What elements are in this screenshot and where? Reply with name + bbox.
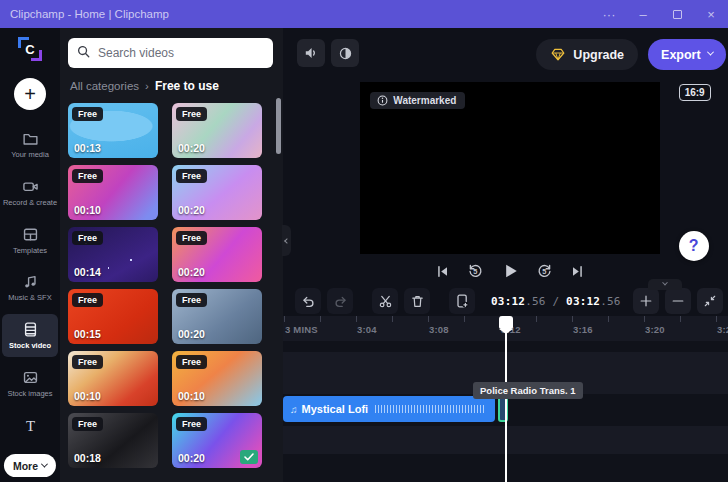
trash-icon <box>410 294 425 309</box>
stock-video-card[interactable]: Free00:20 <box>172 227 262 282</box>
timestamp-button[interactable] <box>449 288 475 314</box>
free-badge: Free <box>176 355 207 369</box>
video-duration: 00:14 <box>74 266 101 278</box>
video-duration: 00:20 <box>178 266 205 278</box>
forward-5s-button[interactable]: 5 <box>536 263 553 280</box>
sidebar-item-stock-images[interactable]: Stock images <box>2 362 58 405</box>
forward-5-icon: 5 <box>536 263 553 280</box>
sidebar-item-your-media[interactable]: Your media <box>2 123 58 166</box>
audio-button[interactable] <box>297 39 325 67</box>
stock-video-card[interactable]: Free00:20 <box>172 165 262 220</box>
collapse-panel-tab[interactable] <box>282 225 291 256</box>
stock-video-card[interactable]: Free00:20 <box>172 103 262 158</box>
video-duration: 00:10 <box>74 390 101 402</box>
svg-text:T: T <box>25 417 34 433</box>
svg-text:5: 5 <box>474 267 478 276</box>
ruler-label: 3:08 <box>429 324 449 335</box>
stock-video-card[interactable]: Free00:10 <box>172 351 262 406</box>
text-icon: T <box>2 417 58 434</box>
more-options-button[interactable]: ··· <box>592 0 626 28</box>
zoom-in-button[interactable] <box>633 288 659 314</box>
titlebar: Clipchamp - Home | Clipchamp ··· – × <box>0 0 728 28</box>
stock-video-card[interactable]: Free00:13 <box>68 103 158 158</box>
panel-scrollbar[interactable] <box>276 98 281 154</box>
playhead-line <box>505 329 507 482</box>
collapse-preview-tab[interactable] <box>648 279 682 290</box>
stock-video-card[interactable]: Free00:15 <box>68 289 158 344</box>
window-title: Clipchamp - Home | Clipchamp <box>10 8 169 20</box>
sidebar-item-stock-video[interactable]: Stock video <box>2 314 58 357</box>
stock-video-card[interactable]: Free00:18 <box>68 413 158 468</box>
sidebar-item-label: Templates <box>2 246 58 256</box>
export-button[interactable]: Export <box>648 39 726 70</box>
playhead-handle[interactable] <box>499 316 513 329</box>
help-button[interactable]: ? <box>679 231 709 261</box>
contrast-icon <box>338 46 353 61</box>
rewind-5s-button[interactable]: 5 <box>467 263 484 280</box>
music-sfx-icon <box>2 273 58 290</box>
play-icon <box>501 262 519 280</box>
sidebar-item-label: Record & create <box>2 198 58 208</box>
redo-button[interactable] <box>327 288 353 314</box>
more-button[interactable]: More <box>4 454 56 477</box>
your-media-icon <box>2 130 58 147</box>
sidebar-item-text[interactable]: T <box>2 410 58 440</box>
zoom-fit-button[interactable] <box>697 288 723 314</box>
added-check-icon <box>240 450 258 464</box>
stock-video-card[interactable]: Free00:20 <box>172 413 262 468</box>
skip-start-button[interactable] <box>435 264 450 279</box>
chevron-down-icon <box>41 461 48 468</box>
sidebar-item-templates[interactable]: Templates <box>2 219 58 262</box>
aspect-ratio-button[interactable]: 16:9 <box>679 84 711 101</box>
svg-text:5: 5 <box>543 267 547 276</box>
zoom-out-button[interactable] <box>665 288 691 314</box>
undo-icon <box>301 294 316 309</box>
upgrade-button[interactable]: Upgrade <box>536 39 638 70</box>
search-box[interactable] <box>68 38 273 68</box>
minus-icon <box>671 294 685 308</box>
split-button[interactable] <box>372 288 398 314</box>
maximize-button[interactable] <box>660 0 694 28</box>
timecode-display: 03:12.56 / 03:12.56 <box>491 295 621 308</box>
undo-button[interactable] <box>295 288 321 314</box>
minimize-button[interactable]: – <box>626 0 660 28</box>
import-media-button[interactable]: + <box>14 78 46 110</box>
stock-video-card[interactable]: Free00:10 <box>68 165 158 220</box>
free-badge: Free <box>176 231 207 245</box>
play-button[interactable] <box>501 262 519 280</box>
maximize-icon <box>673 10 682 19</box>
audio-clip-mystical-lofi[interactable]: ♫ Mystical Lofi <box>283 396 495 422</box>
stock-video-card[interactable]: Free00:20 <box>172 289 262 344</box>
free-badge: Free <box>176 417 207 431</box>
stock-video-card[interactable]: Free00:10 <box>68 351 158 406</box>
sidebar-nav: Your mediaRecord & createTemplatesMusic … <box>0 118 60 440</box>
clip-name: Mystical Lofi <box>302 403 369 415</box>
breadcrumb-parent[interactable]: All categories <box>70 80 139 92</box>
playhead[interactable] <box>499 316 513 482</box>
chevron-down-icon <box>707 49 714 56</box>
skip-end-button[interactable] <box>570 264 585 279</box>
video-duration: 00:20 <box>178 204 205 216</box>
sidebar-item-music-sfx[interactable]: Music & SFX <box>2 266 58 309</box>
sidebar-item-record-create[interactable]: Record & create <box>2 171 58 214</box>
templates-icon <box>2 226 58 243</box>
stock-video-card[interactable]: Free00:14 <box>68 227 158 282</box>
free-badge: Free <box>72 107 103 121</box>
close-button[interactable]: × <box>694 0 728 28</box>
sidebar: C + Your mediaRecord & createTemplatesMu… <box>0 28 60 482</box>
info-icon <box>377 95 388 106</box>
stock-video-icon <box>2 321 58 338</box>
sidebar-item-label: Your media <box>2 150 58 160</box>
filters-button[interactable] <box>331 39 359 67</box>
watermark-badge[interactable]: Watermarked <box>370 92 465 109</box>
waveform <box>375 405 486 413</box>
free-badge: Free <box>72 293 103 307</box>
search-input[interactable] <box>98 46 265 60</box>
free-badge: Free <box>176 293 207 307</box>
delete-button[interactable] <box>404 288 430 314</box>
speaker-icon <box>303 45 319 61</box>
free-badge: Free <box>72 231 103 245</box>
redo-icon <box>333 294 348 309</box>
free-badge: Free <box>176 107 207 121</box>
free-badge: Free <box>72 169 103 183</box>
